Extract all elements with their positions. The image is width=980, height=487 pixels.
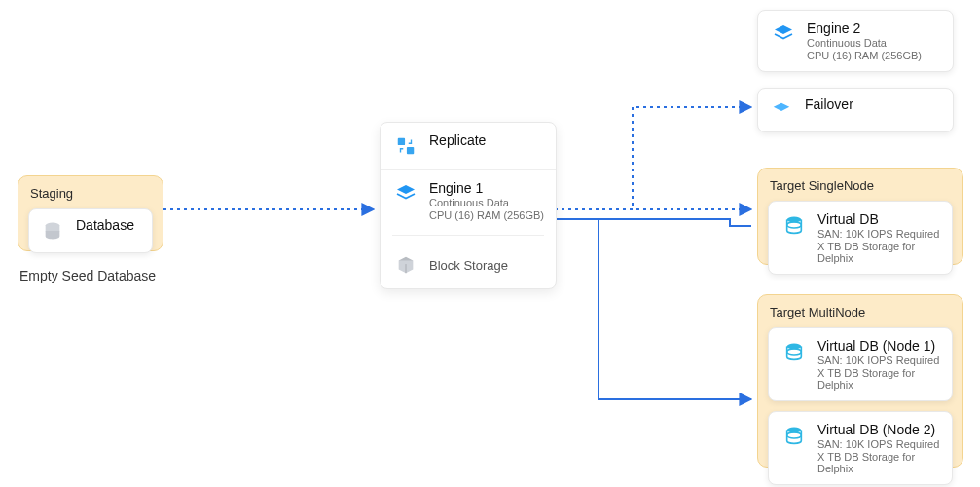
- failover-title: Failover: [805, 96, 853, 112]
- engine2-card: Engine 2 Continuous Data CPU (16) RAM (2…: [757, 10, 954, 72]
- vdb-node1-sub2: X TB DB Storage for Delphix: [817, 367, 940, 391]
- svg-rect-1: [398, 138, 405, 145]
- vdb-node1-title: Virtual DB (Node 1): [817, 338, 940, 354]
- staging-caption: Empty Seed Database: [19, 268, 156, 283]
- staging-database-card: Database: [28, 208, 153, 253]
- engine2-sub1: Continuous Data: [807, 37, 922, 49]
- target-single-title: Target SingleNode: [768, 178, 953, 193]
- engine1-sub1: Continuous Data: [429, 197, 544, 208]
- block-storage-icon: [392, 251, 419, 279]
- virtual-db-node2-card: Virtual DB (Node 2) SAN: 10K IOPS Requir…: [768, 411, 953, 485]
- block-storage-label: Block Storage: [429, 258, 508, 273]
- svg-rect-2: [407, 147, 414, 154]
- staging-database-title: Database: [76, 217, 134, 233]
- staging-group: Staging Database: [18, 175, 163, 251]
- engine-icon: [770, 20, 797, 48]
- failover-card: Failover: [757, 88, 954, 132]
- virtual-db-node1-card: Virtual DB (Node 1) SAN: 10K IOPS Requir…: [768, 327, 953, 401]
- engine-icon: [392, 180, 419, 207]
- vdb-node2-title: Virtual DB (Node 2): [817, 422, 940, 437]
- replicate-icon: [392, 132, 419, 160]
- vdb-single-sub1: SAN: 10K IOPS Required: [817, 228, 940, 240]
- vdb-single-sub2: X TB DB Storage for Delphix: [817, 241, 940, 264]
- engine1-sub2: CPU (16) RAM (256GB): [429, 209, 544, 221]
- engine-panel: Replicate Engine 1 Continuous Data CPU (…: [380, 122, 557, 289]
- vdb-node2-sub2: X TB DB Storage for Delphix: [817, 451, 940, 474]
- engine1-title: Engine 1: [429, 180, 544, 196]
- svg-point-8: [787, 432, 802, 438]
- virtual-db-single-card: Virtual DB SAN: 10K IOPS Required X TB D…: [768, 201, 953, 275]
- virtual-db-icon: [780, 338, 808, 365]
- target-multi-group: Target MultiNode Virtual DB (Node 1) SAN…: [757, 294, 963, 468]
- vdb-node2-sub1: SAN: 10K IOPS Required: [817, 438, 940, 450]
- virtual-db-icon: [780, 422, 808, 449]
- target-multi-title: Target MultiNode: [768, 305, 953, 319]
- failover-icon: [768, 96, 795, 124]
- vdb-single-title: Virtual DB: [817, 211, 940, 227]
- vdb-node1-sub1: SAN: 10K IOPS Required: [817, 355, 940, 366]
- engine1-segment: Engine 1 Continuous Data CPU (16) RAM (2…: [381, 169, 556, 288]
- engine2-sub2: CPU (16) RAM (256GB): [807, 50, 922, 61]
- divider: [392, 235, 544, 236]
- replicate-label: Replicate: [429, 132, 486, 148]
- staging-group-title: Staging: [28, 186, 153, 201]
- database-icon: [39, 217, 66, 244]
- svg-point-6: [787, 349, 802, 355]
- engine2-title: Engine 2: [807, 20, 922, 36]
- diagram-canvas: Staging Database Empty Seed Database Rep…: [0, 0, 980, 487]
- target-single-group: Target SingleNode Virtual DB SAN: 10K IO…: [757, 168, 963, 265]
- replicate-segment: Replicate: [381, 123, 556, 169]
- svg-point-4: [787, 222, 802, 228]
- virtual-db-icon: [780, 211, 808, 239]
